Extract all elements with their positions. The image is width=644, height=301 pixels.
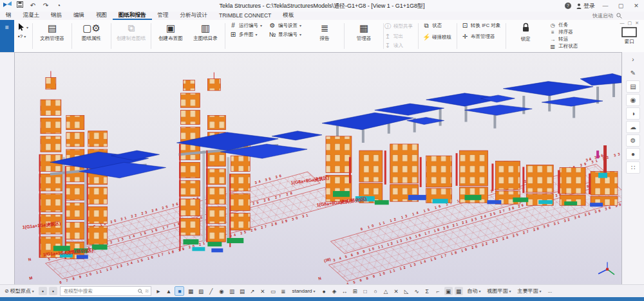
select-views-toggle[interactable]: ▤ <box>238 287 246 295</box>
document-manager-button[interactable]: ▤ 文档管理器 <box>38 23 66 42</box>
display-numbering-button[interactable]: № 显示编号▾ <box>269 31 301 38</box>
tab-trimble-connect[interactable]: TRIMBLE CONNECT <box>213 12 277 20</box>
close-button[interactable]: ✕ <box>631 3 641 9</box>
material-sphere-icon[interactable]: ● <box>626 148 640 160</box>
snap-line-toggle[interactable]: ∿ <box>413 287 421 295</box>
select-cursor-toggle[interactable]: ► <box>154 287 162 295</box>
lock-button[interactable]: 锁定 <box>511 23 540 42</box>
help-icon[interactable]: ? <box>565 3 571 9</box>
login-button[interactable]: 登录 <box>576 2 595 10</box>
view-plane-dropdown[interactable]: 视图平面▾ <box>486 287 513 295</box>
master-drawing-catalog-button[interactable]: ▥ 主图纸目录 <box>191 23 220 42</box>
plane-lock-toggle-2[interactable]: ▦ <box>455 287 463 295</box>
work-plane-dropdown[interactable]: 主要平面▾ <box>516 287 544 295</box>
pointer-help-icon[interactable]: ✎ <box>626 67 640 79</box>
reports-icon: ≣ <box>321 23 329 34</box>
save-icon[interactable] <box>15 1 24 10</box>
selection-preset-dropdown[interactable]: standard ▾ <box>290 288 317 294</box>
tab-manage[interactable]: 管理 <box>152 12 175 20</box>
render-sphere-icon[interactable]: ◑ <box>626 107 640 120</box>
project-status-button[interactable]: ▥ 工程状态 <box>549 43 578 50</box>
file-menu-button[interactable]: ≡ <box>0 20 14 52</box>
select-all-toggle[interactable]: ▦ <box>186 287 194 295</box>
search-icon[interactable] <box>616 13 622 19</box>
convert-ifc-button[interactable]: ⊡ 转换 IFC 对象 <box>461 22 500 29</box>
plane-lock-toggle-1[interactable]: ▣ <box>444 287 453 295</box>
gear-icon[interactable]: ⚙ <box>626 134 640 147</box>
numbering-settings-button[interactable]: ⚙ 编号设置▾ <box>269 22 301 29</box>
ortho-toggle[interactable]: ⌐ <box>434 287 442 295</box>
cloud-icon[interactable]: ☁ <box>626 121 640 133</box>
select-rebar-toggle[interactable]: ≣ <box>279 287 287 295</box>
child-minimize-button[interactable]: — <box>620 21 625 26</box>
tab-rebar[interactable]: 钢筋 <box>45 12 68 20</box>
snap-endpoint-toggle[interactable]: □ <box>361 287 370 295</box>
snap-grid-toggle[interactable]: ⊞ <box>351 287 359 295</box>
snap-perpendicular-toggle[interactable]: ◺ <box>402 287 411 295</box>
clash-check-button[interactable]: ⚡ 碰撞校核 <box>422 33 451 41</box>
ribbon: ≡ ▾ ▪? ▾ ▤ 文档管理器 ▢⚙ 图纸属性 <box>0 20 644 53</box>
select-points-toggle[interactable]: ◉ <box>217 287 225 295</box>
select-cuts-toggle[interactable]: ✕ <box>258 287 267 295</box>
origin-toggle-2[interactable]: ▪ <box>49 287 57 295</box>
layout-manager-button[interactable]: ✛ 布置管理器 <box>461 33 500 40</box>
select-lines-toggle[interactable]: ╱ <box>207 287 215 295</box>
undo-icon[interactable]: ↶ <box>28 1 37 10</box>
assembly-drawing-button[interactable]: ⊞ 多件图▾ <box>229 31 262 38</box>
tab-concrete[interactable]: 混凝土 <box>17 12 46 20</box>
shipments-button[interactable]: → 转运 <box>549 36 578 42</box>
snap-center-toggle[interactable]: ○ <box>372 287 380 295</box>
redo-icon[interactable]: ↷ <box>41 1 50 10</box>
search-options-icon[interactable]: ≋ <box>145 288 149 294</box>
organizer-button[interactable]: ▦ 管理器 <box>350 23 378 42</box>
tasks-button[interactable]: ◷ 任务 <box>549 22 578 28</box>
tab-steel[interactable]: 钢 <box>0 12 17 20</box>
snap-midpoint-toggle[interactable]: △ <box>382 287 390 295</box>
run-numbering-button[interactable]: # 运行编号▾ <box>229 22 262 29</box>
snap-geometry-toggle[interactable]: ◈ <box>330 287 339 295</box>
side-pane-expand-chevron[interactable]: › <box>626 53 640 66</box>
select-plates-toggle[interactable]: ▭ <box>269 287 277 295</box>
sequencer-button[interactable]: ≡ 排序器 <box>549 29 578 35</box>
child-restore-button[interactable]: ▢ <box>628 21 632 26</box>
model-middle-tower[interactable] <box>176 72 322 252</box>
tab-drawings-reports[interactable]: 图纸和报告 <box>113 12 152 20</box>
tab-analysis-design[interactable]: 分析与设计 <box>175 12 214 20</box>
select-grids-toggle[interactable]: ▥ <box>227 287 236 295</box>
select-cursor-button[interactable]: ▾ <box>18 23 28 31</box>
drawing-properties-button[interactable]: ▢⚙ 图纸属性 <box>77 23 106 42</box>
status-button[interactable]: ⧉ 状态 <box>422 22 451 30</box>
tab-edit[interactable]: 编辑 <box>68 12 90 20</box>
apps-grid-icon[interactable]: ∷ <box>626 161 640 174</box>
snap-mode-dropdown[interactable]: 自动▾ <box>466 287 483 295</box>
minimize-button[interactable]: — <box>600 3 611 9</box>
quick-launch-input[interactable] <box>554 12 614 19</box>
statusbar-more-button[interactable]: ... <box>546 288 554 294</box>
select-objects-toggle[interactable]: ■ <box>175 286 184 296</box>
select-filter-button[interactable]: ▪? ▾ <box>18 33 28 39</box>
maximize-button[interactable]: ▢ <box>616 3 626 9</box>
eye-icon[interactable]: ◉ <box>626 94 640 106</box>
select-components-toggle[interactable]: ▧ <box>196 287 205 295</box>
create-ga-drawing-button[interactable]: ▣ 创建布置图 <box>156 23 185 42</box>
search-icon[interactable] <box>138 289 143 294</box>
grid-row-letter: N <box>318 276 322 280</box>
model-search-input[interactable] <box>62 287 136 295</box>
child-close-button[interactable]: ✕ <box>635 21 639 26</box>
model-origin-dropdown[interactable]: ⊘ 模型原点 ▾ <box>3 287 36 295</box>
snap-intersection-toggle[interactable]: ✕ <box>392 287 401 295</box>
reports-button[interactable]: ≣ 报告 <box>310 23 339 42</box>
tab-view[interactable]: 视图 <box>90 12 113 20</box>
origin-toggle-1[interactable]: ▪ <box>39 287 47 295</box>
tab-template[interactable]: 模板 <box>277 12 299 20</box>
snap-reference-toggle[interactable]: ● <box>320 287 328 295</box>
model-right-building[interactable] <box>322 73 621 206</box>
properties-pane-icon[interactable]: ▤ <box>626 80 640 93</box>
history-icon[interactable]: ◔ <box>54 1 63 10</box>
snap-nearest-toggle[interactable]: ↔ <box>341 287 349 295</box>
window-icon[interactable] <box>621 27 637 37</box>
select-assemblies-toggle[interactable]: ▲ <box>164 287 173 295</box>
snap-any-toggle[interactable]: Σ <box>423 287 431 295</box>
model-viewport[interactable]: 16 17 18 19 20 21 22 23 24 25 26 27 28 2… <box>14 52 622 285</box>
select-loads-toggle[interactable]: ↗ <box>248 287 256 295</box>
